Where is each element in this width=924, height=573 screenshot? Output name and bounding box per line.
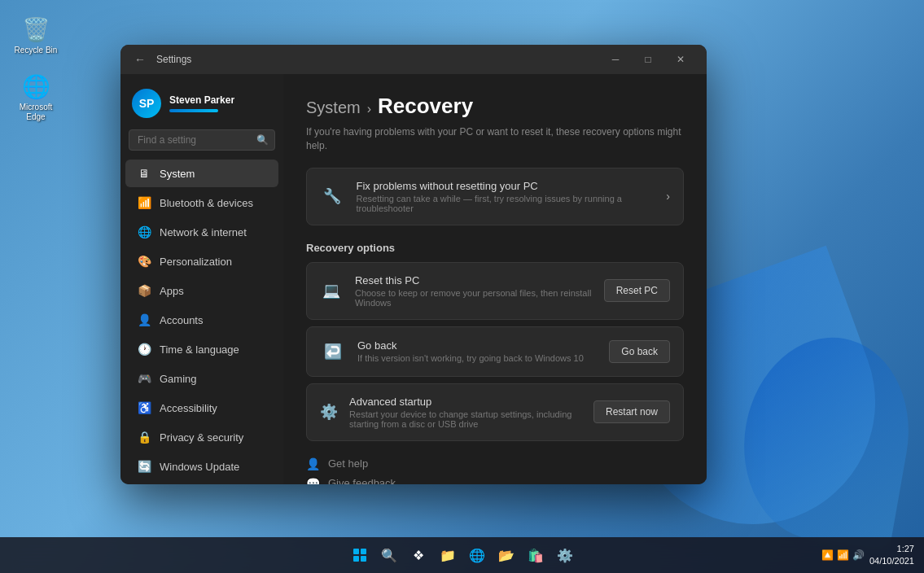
avatar: SP (132, 89, 161, 118)
reset-pc-title: Reset this PC (355, 274, 604, 286)
sys-tray[interactable]: 🔼 📶 🔊 (821, 549, 865, 561)
go-back-option: ↩️ Go back If this version isn't working… (306, 326, 684, 377)
reset-pc-text: Reset this PC Choose to keep or remove y… (355, 274, 604, 308)
system-icon: 🖥 (137, 166, 151, 181)
get-help-link[interactable]: 👤 Get help (306, 457, 684, 470)
task-view-button[interactable]: ❖ (405, 542, 431, 568)
advanced-startup-text: Advanced startup Restart your device to … (349, 396, 593, 429)
sidebar: SP Steven Parker 🔍 🖥 System (120, 74, 283, 484)
user-section[interactable]: SP Steven Parker (120, 81, 283, 129)
desktop: 🗑️ Recycle Bin 🌐 Microsoft Edge ← Settin… (0, 0, 924, 573)
breadcrumb: System (306, 98, 361, 117)
taskbar: 🔍 ❖ 📁 🌐 📂 🛍️ ⚙️ 🔼 📶 (0, 537, 924, 573)
sidebar-item-apps[interactable]: 📦 Apps (125, 277, 278, 304)
go-back-subtitle: If this version isn't working, try going… (357, 353, 584, 363)
privacy-icon: 🔒 (137, 430, 151, 444)
start-button[interactable] (347, 542, 373, 568)
sidebar-item-accounts-label: Accounts (160, 314, 203, 326)
sidebar-item-update-label: Windows Update (160, 461, 239, 473)
go-back-title: Go back (357, 339, 584, 352)
file-explorer-button[interactable]: 📁 (435, 542, 461, 568)
go-back-icon: ↩️ (320, 339, 346, 365)
fix-text: Fix problems without resetting your PC R… (356, 180, 666, 213)
sidebar-item-accounts[interactable]: 👤 Accounts (125, 306, 278, 334)
fix-subtitle: Resetting can take a while — first, try … (356, 194, 666, 213)
give-feedback-label: Give feedback (328, 477, 396, 484)
sidebar-item-network[interactable]: 🌐 Network & internet (125, 218, 278, 246)
sidebar-item-system-label: System (160, 168, 195, 180)
store-button[interactable]: 🛍️ (523, 542, 549, 568)
main-content: System › Recovery If you're having probl… (283, 74, 707, 484)
go-back-left: ↩️ Go back If this version isn't working… (320, 339, 584, 365)
user-progress-bar (169, 109, 218, 112)
date-display: 04/10/2021 (869, 555, 914, 567)
go-back-button[interactable]: Go back (609, 340, 670, 363)
advanced-startup-icon: ⚙️ (320, 399, 338, 425)
edge-icon: 🌐 (23, 73, 49, 99)
back-button[interactable]: ← (130, 50, 150, 69)
sidebar-item-update[interactable]: 🔄 Windows Update (125, 453, 278, 480)
search-taskbar-button[interactable]: 🔍 (376, 542, 402, 568)
network-status-icon: 📶 (837, 549, 849, 561)
reset-pc-left: 💻 Reset this PC Choose to keep or remove… (320, 274, 604, 308)
sidebar-item-apps-label: Apps (160, 285, 184, 297)
title-bar-nav: ← (130, 50, 150, 69)
reset-pc-subtitle: Choose to keep or remove your personal f… (355, 288, 604, 308)
sidebar-item-time[interactable]: 🕐 Time & language (125, 335, 278, 363)
sidebar-item-system[interactable]: 🖥 System (125, 160, 278, 187)
sidebar-item-network-label: Network & internet (160, 226, 247, 238)
sidebar-item-personalization[interactable]: 🎨 Personalization (125, 247, 278, 275)
user-info: Steven Parker (169, 94, 234, 112)
user-name: Steven Parker (169, 94, 234, 106)
update-icon: 🔄 (137, 459, 151, 474)
page-title: Recovery (378, 94, 473, 119)
give-feedback-icon: 💬 (306, 477, 320, 484)
desktop-icon-recycle[interactable]: 🗑️ Recycle Bin (11, 16, 60, 55)
advanced-startup-subtitle: Restart your device to change startup se… (349, 409, 593, 429)
reset-pc-button[interactable]: Reset PC (604, 279, 670, 302)
settings-taskbar-button[interactable]: ⚙️ (552, 542, 578, 568)
maximize-button[interactable]: □ (632, 45, 664, 74)
time-icon: 🕐 (137, 342, 151, 356)
advanced-startup-title: Advanced startup (349, 396, 593, 408)
desktop-icon-edge[interactable]: 🌐 Microsoft Edge (11, 73, 60, 122)
recovery-options-title: Recovery options (306, 242, 684, 254)
clock[interactable]: 1:27 04/10/2021 (869, 543, 914, 568)
network-icon: 🌐 (137, 225, 151, 239)
accessibility-icon: ♿ (137, 400, 151, 415)
close-button[interactable]: ✕ (664, 45, 697, 74)
folder-taskbar-button[interactable]: 📂 (493, 542, 519, 568)
chevron-up-icon: 🔼 (821, 549, 834, 561)
folder-taskbar-icon: 📂 (498, 548, 515, 563)
fix-title: Fix problems without resetting your PC (356, 180, 666, 192)
time-display: 1:27 (869, 543, 914, 555)
sidebar-item-bluetooth[interactable]: 📶 Bluetooth & devices (125, 189, 278, 217)
task-view-icon: ❖ (413, 548, 424, 563)
sidebar-item-accessibility[interactable]: ♿ Accessibility (125, 394, 278, 422)
sidebar-item-bluetooth-label: Bluetooth & devices (160, 197, 253, 209)
sidebar-item-privacy[interactable]: 🔒 Privacy & security (125, 423, 278, 451)
minimize-button[interactable]: ─ (599, 45, 632, 74)
sidebar-item-personalization-label: Personalization (160, 256, 232, 268)
reset-pc-option: 💻 Reset this PC Choose to keep or remove… (306, 262, 684, 320)
volume-icon: 🔊 (852, 549, 865, 561)
taskbar-right: 🔼 📶 🔊 1:27 04/10/2021 (821, 543, 914, 568)
sidebar-item-gaming[interactable]: 🎮 Gaming (125, 365, 278, 392)
fix-problems-banner[interactable]: 🔧 Fix problems without resetting your PC… (306, 168, 684, 225)
title-bar: ← Settings ─ □ ✕ (120, 45, 707, 74)
go-back-text: Go back If this version isn't working, t… (357, 339, 584, 363)
edge-taskbar-icon: 🌐 (469, 548, 485, 563)
window-controls: ─ □ ✕ (599, 45, 697, 74)
get-help-icon: 👤 (306, 457, 320, 470)
advanced-startup-left: ⚙️ Advanced startup Restart your device … (320, 396, 593, 429)
fix-chevron-icon: › (666, 190, 670, 203)
gaming-icon: 🎮 (137, 371, 151, 386)
search-taskbar-icon: 🔍 (381, 548, 397, 563)
search-input[interactable] (129, 129, 275, 151)
restart-now-button[interactable]: Restart now (593, 400, 670, 423)
reset-pc-icon: 💻 (320, 278, 344, 304)
search-box: 🔍 (129, 129, 275, 151)
give-feedback-link[interactable]: 💬 Give feedback (306, 477, 684, 484)
recycle-bin-label: Recycle Bin (15, 46, 58, 55)
edge-taskbar-button[interactable]: 🌐 (464, 542, 490, 568)
